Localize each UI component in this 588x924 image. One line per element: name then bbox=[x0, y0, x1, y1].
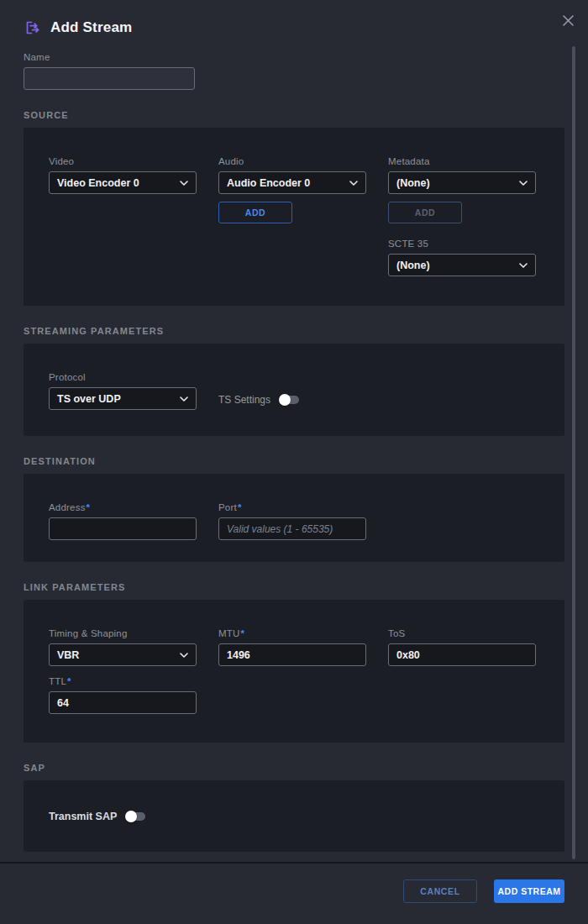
required-asterisk: * bbox=[87, 502, 91, 512]
name-input[interactable] bbox=[24, 67, 195, 90]
address-input[interactable] bbox=[49, 517, 197, 540]
audio-source-field: Audio Audio Encoder 0 ADD bbox=[218, 156, 366, 223]
required-asterisk: * bbox=[241, 628, 245, 638]
close-button[interactable] bbox=[559, 12, 576, 29]
add-metadata-button[interactable]: ADD bbox=[388, 202, 462, 223]
mtu-label: MTU* bbox=[218, 628, 366, 638]
chevron-down-icon bbox=[349, 181, 358, 186]
tos-label: ToS bbox=[388, 628, 536, 638]
dialog-title: Add Stream bbox=[50, 19, 132, 36]
source-panel: Video Video Encoder 0 Audio Audio Encode… bbox=[24, 128, 564, 306]
name-label: Name bbox=[24, 52, 564, 62]
ts-settings-label: TS Settings bbox=[218, 394, 270, 406]
scte35-field: SCTE 35 (None) bbox=[388, 239, 536, 276]
video-source-value: Video Encoder 0 bbox=[57, 177, 139, 189]
sap-panel: Transmit SAP bbox=[24, 780, 564, 852]
tos-input[interactable] bbox=[388, 643, 536, 666]
streaming-panel: Protocol TS over UDP TS Settings bbox=[24, 344, 564, 436]
chevron-down-icon bbox=[180, 181, 188, 186]
stream-output-icon bbox=[24, 18, 42, 37]
add-stream-button[interactable]: ADD STREAM bbox=[494, 879, 564, 903]
video-label: Video bbox=[49, 156, 197, 166]
timing-shaping-select[interactable]: VBR bbox=[49, 643, 197, 666]
add-stream-dialog: Add Stream Name SOURCE Video Video Encod… bbox=[0, 0, 588, 852]
chevron-down-icon bbox=[180, 396, 188, 402]
scte35-label: SCTE 35 bbox=[388, 239, 536, 249]
video-source-field: Video Video Encoder 0 bbox=[49, 156, 197, 194]
toggle-knob bbox=[279, 394, 291, 406]
audio-source-value: Audio Encoder 0 bbox=[227, 177, 310, 189]
audio-source-select[interactable]: Audio Encoder 0 bbox=[218, 171, 366, 194]
ttl-label: TTL* bbox=[49, 676, 197, 686]
tos-field-group: ToS bbox=[388, 628, 536, 666]
ttl-input[interactable] bbox=[49, 691, 197, 714]
transmit-sap-label: Transmit SAP bbox=[49, 811, 117, 822]
ts-settings-toggle[interactable] bbox=[280, 396, 299, 404]
chevron-down-icon bbox=[180, 653, 188, 658]
video-source-select[interactable]: Video Encoder 0 bbox=[49, 171, 197, 194]
metadata-source-value: (None) bbox=[396, 177, 430, 189]
scte35-select[interactable]: (None) bbox=[388, 254, 536, 276]
dialog-header: Add Stream bbox=[24, 0, 564, 37]
timing-shaping-field: Timing & Shaping VBR bbox=[49, 628, 197, 666]
protocol-value: TS over UDP bbox=[57, 393, 121, 405]
mtu-input[interactable] bbox=[218, 643, 366, 666]
destination-section-heading: DESTINATION bbox=[24, 456, 564, 467]
address-field-group: Address* bbox=[49, 502, 197, 540]
port-label: Port* bbox=[218, 502, 366, 512]
metadata-label: Metadata bbox=[388, 156, 536, 166]
link-section-heading: LINK PARAMETERS bbox=[24, 582, 564, 593]
timing-shaping-value: VBR bbox=[57, 649, 79, 661]
dialog-footer: CANCEL ADD STREAM bbox=[0, 864, 588, 903]
port-input[interactable] bbox=[218, 517, 366, 540]
sap-section-heading: SAP bbox=[24, 763, 564, 774]
link-panel: Timing & Shaping VBR MTU* ToS TTL* bbox=[24, 600, 564, 743]
cancel-button[interactable]: CANCEL bbox=[403, 879, 477, 903]
transmit-sap-toggle[interactable] bbox=[126, 812, 145, 821]
name-field-group: Name bbox=[24, 52, 564, 90]
toggle-knob bbox=[125, 811, 137, 822]
vertical-scrollbar-thumb[interactable] bbox=[572, 46, 575, 859]
chevron-down-icon bbox=[519, 263, 528, 268]
scte35-value: (None) bbox=[396, 260, 430, 271]
streaming-section-heading: STREAMING PARAMETERS bbox=[24, 326, 564, 337]
add-audio-button[interactable]: ADD bbox=[218, 202, 292, 223]
close-icon bbox=[562, 14, 575, 27]
source-section-heading: SOURCE bbox=[24, 110, 564, 121]
metadata-source-field: Metadata (None) ADD SCTE 35 (None) bbox=[388, 156, 536, 276]
protocol-label: Protocol bbox=[49, 372, 197, 382]
transmit-sap-row: Transmit SAP bbox=[49, 805, 145, 827]
audio-label: Audio bbox=[218, 156, 366, 166]
mtu-field-group: MTU* bbox=[218, 628, 366, 666]
destination-panel: Address* Port* bbox=[24, 474, 564, 562]
protocol-select[interactable]: TS over UDP bbox=[49, 387, 197, 410]
chevron-down-icon bbox=[519, 181, 528, 186]
metadata-source-select[interactable]: (None) bbox=[388, 171, 536, 194]
protocol-field: Protocol TS over UDP bbox=[49, 372, 197, 410]
ts-settings-row: TS Settings bbox=[218, 388, 366, 411]
port-field-group: Port* bbox=[218, 502, 366, 540]
address-label: Address* bbox=[49, 502, 197, 512]
required-asterisk: * bbox=[67, 676, 71, 686]
ttl-field-group: TTL* bbox=[49, 676, 197, 714]
required-asterisk: * bbox=[238, 502, 242, 512]
timing-shaping-label: Timing & Shaping bbox=[49, 628, 197, 638]
